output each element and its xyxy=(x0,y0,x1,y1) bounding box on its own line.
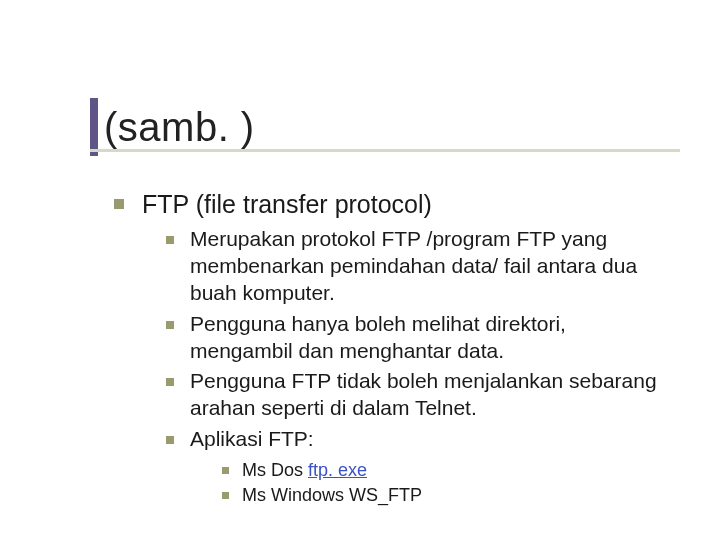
title-accent-bar xyxy=(90,98,98,156)
list-item: Ms Dos ftp. exe xyxy=(216,459,660,482)
slide: (samb. ) FTP (file transfer protocol) Me… xyxy=(0,0,720,540)
point-text: Pengguna FTP tidak boleh menjalankan seb… xyxy=(190,369,657,419)
list-item: FTP (file transfer protocol) Merupakan p… xyxy=(110,188,660,507)
list-item: Pengguna FTP tidak boleh menjalankan seb… xyxy=(160,368,660,422)
title-block: (samb. ) xyxy=(90,98,255,156)
slide-body: FTP (file transfer protocol) Merupakan p… xyxy=(110,188,660,521)
list-item: Aplikasi FTP: Ms Dos ftp. exe Ms Windows… xyxy=(160,426,660,507)
list-item: Pengguna hanya boleh melihat direktori, … xyxy=(160,311,660,365)
slide-title: (samb. ) xyxy=(100,105,255,150)
app-mswindows: Ms Windows WS_FTP xyxy=(242,485,422,505)
list-item: Merupakan protokol FTP /program FTP yang… xyxy=(160,226,660,307)
list-item: Ms Windows WS_FTP xyxy=(216,484,660,507)
app-msdos-prefix: Ms Dos xyxy=(242,460,308,480)
ftp-exe-link[interactable]: ftp. exe xyxy=(308,460,367,480)
topic-text: FTP (file transfer protocol) xyxy=(142,190,432,218)
point-text: Pengguna hanya boleh melihat direktori, … xyxy=(190,312,566,362)
point-text: Merupakan protokol FTP /program FTP yang… xyxy=(190,227,637,304)
point-text: Aplikasi FTP: xyxy=(190,427,314,450)
